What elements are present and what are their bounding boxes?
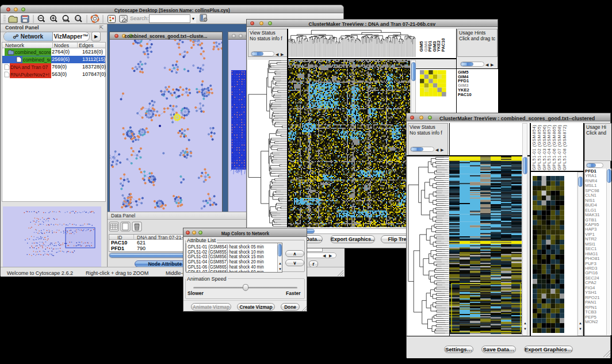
- svg-text:1:1: 1:1: [76, 17, 80, 20]
- svg-text:GPL51-03 (GSM856): GPL51-03 (GSM856): [542, 125, 547, 170]
- svg-text:GPL51-02 (GSM855): GPL51-02 (GSM855): [537, 125, 542, 170]
- svg-text:GPL51-04 (GSM857): GPL51-04 (GSM857): [546, 125, 552, 170]
- svg-text:PAC10: PAC10: [441, 38, 446, 52]
- svg-text:GPL51-08 (GSM872): GPL51-08 (GSM872): [562, 125, 567, 170]
- svg-text:GPL51-07 (GSM868): GPL51-07 (GSM868): [557, 125, 562, 170]
- svg-text:PAC10: PAC10: [458, 92, 472, 97]
- svg-text:MON2: MON2: [585, 319, 598, 324]
- svg-text:GPL51-01 (GSM854): GPL51-01 (GSM854): [531, 125, 537, 170]
- svg-text:Search:: Search:: [130, 15, 149, 21]
- svg-text:GPL51-06 (GSM865): GPL51-06 (GSM865): [552, 125, 557, 170]
